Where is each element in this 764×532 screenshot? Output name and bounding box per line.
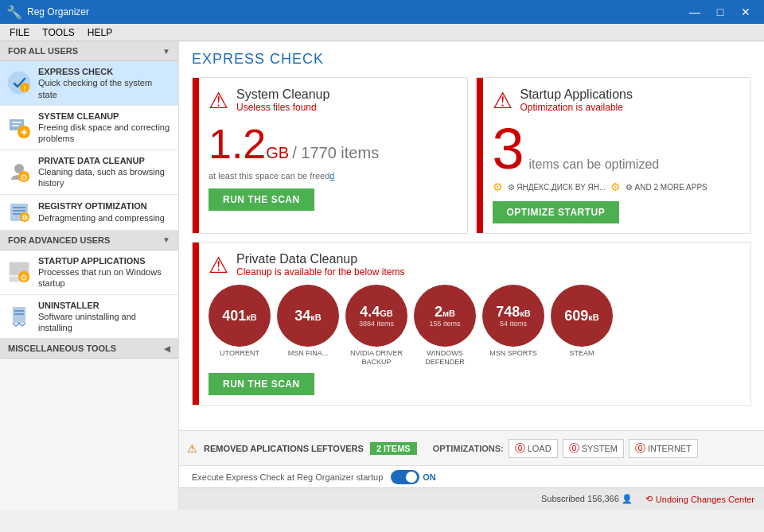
- system-opt-icon: ⓪: [569, 441, 579, 456]
- load-opt-label: LOAD: [528, 444, 552, 453]
- execute-text: Execute Express Check at Reg Organizer s…: [192, 472, 383, 482]
- svg-rect-23: [14, 313, 24, 315]
- system-cleanup-card: ⚠ System Cleanup Useless files found 1.2…: [192, 77, 468, 234]
- removed-label: REMOVED APLICATIONS LEFTOVERS: [204, 444, 364, 453]
- sidebar-section-label: FOR ALL USERS: [8, 46, 78, 56]
- menu-help[interactable]: HELP: [81, 25, 119, 40]
- circle-value: 2мB: [435, 305, 455, 319]
- private-data-header: ⚠ Private Data Cleanup Cleanup is availa…: [209, 252, 741, 278]
- system-cleanup-unit: GB: [266, 144, 289, 161]
- maximize-button[interactable]: □: [708, 2, 732, 21]
- undo-changes-link[interactable]: ⟲ Undoing Changes Center: [645, 494, 754, 504]
- optimizations-section: OPTIMIZATIONS: ⓪ LOAD ⓪ SYSTEM ⓪ INTERNE…: [433, 439, 698, 458]
- circle-value: 34кB: [294, 309, 321, 323]
- uninstaller-icon: [6, 304, 32, 329]
- startup-apps-row: ⚙ ⚙ ЯНДЕКС.ДИСК BY ЯН... ⚙ ⚙ AND 2 MORE …: [493, 181, 742, 193]
- svg-text:⚙: ⚙: [20, 173, 28, 182]
- internet-opt-icon: ⓪: [635, 441, 645, 456]
- system-opt-label: SYSTEM: [582, 444, 618, 453]
- undo-icon: ⟲: [645, 494, 653, 504]
- close-button[interactable]: ✕: [734, 2, 758, 21]
- data-circle: 748кB54 items: [482, 285, 544, 347]
- circle-value: 4.4GB: [360, 305, 393, 319]
- optimize-startup-button[interactable]: OPTIMIZE STARTUP: [493, 201, 620, 223]
- circle-item: 609кBSTEAM: [551, 285, 613, 367]
- private-data-subtitle: Cleanup is available for the below items: [236, 266, 404, 278]
- sidebar-item-startup[interactable]: ⚙ STARTUP APPLICATIONS Processes that ru…: [0, 250, 178, 295]
- circle-item: 2мB155 itemsWINDOWS DEFENDER: [414, 285, 476, 367]
- user-icon: 👤: [622, 494, 633, 503]
- svg-rect-14: [13, 213, 21, 215]
- svg-text:⚙: ⚙: [20, 273, 28, 282]
- freed-link[interactable]: d: [329, 171, 334, 181]
- circle-item: 401кBUTORRENT: [209, 285, 271, 367]
- sidebar-section-for-advanced-users[interactable]: FOR ADVANCED USERS ▼: [0, 231, 178, 250]
- system-cleanup-titles: System Cleanup Useless files found: [236, 87, 329, 113]
- removed-badge[interactable]: 2 ITEMS: [370, 442, 417, 455]
- app-icon: 🔧: [6, 5, 22, 20]
- toggle-knob: [406, 472, 417, 483]
- svg-rect-4: [12, 122, 21, 123]
- circle-label: WINDOWS DEFENDER: [414, 349, 476, 367]
- top-cards-row: ⚠ System Cleanup Useless files found 1.2…: [192, 77, 751, 234]
- internet-opt-button[interactable]: ⓪ INTERNET: [629, 439, 698, 458]
- sidebar-section-misc[interactable]: MISCELLANEOUS TOOLS ◀: [0, 339, 178, 359]
- circle-sub: 54 items: [500, 320, 527, 328]
- private-data-card-body: ⚠ Private Data Cleanup Cleanup is availa…: [199, 243, 750, 405]
- sidebar-item-private-data[interactable]: ⚙ PRIVATE DATA CLEANUP Cleaning data, su…: [0, 150, 178, 195]
- menu-bar: FILE TOOLS HELP: [0, 24, 764, 41]
- system-cleanup-value-row: 1.2GB/ 1770 items: [209, 120, 458, 168]
- card-accent-startup: [477, 78, 483, 233]
- startup-suffix: items can be optimized: [529, 157, 660, 172]
- sidebar-item-registry-opt[interactable]: ⚙ REGISTRY OPTIMIZATION Defragmenting an…: [0, 195, 178, 231]
- sidebar-section-for-all-users[interactable]: FOR ALL USERS ▼: [0, 41, 178, 61]
- run-scan-button-system[interactable]: RUN THE SCAN: [209, 188, 314, 211]
- window-controls: — □ ✕: [683, 2, 758, 21]
- sidebar-item-uninstaller[interactable]: UNINSTALLER Software uninstalling and in…: [0, 295, 178, 340]
- data-circle: 609кB: [551, 285, 613, 347]
- toggle-state: ON: [423, 472, 436, 482]
- registry-opt-icon: ⚙: [6, 200, 32, 225]
- more-apps-label: ⚙ AND 2 MORE APPS: [626, 183, 707, 192]
- menu-tools[interactable]: TOOLS: [36, 25, 80, 40]
- circle-value: 748кB: [496, 305, 531, 319]
- data-circle: 34кB: [277, 285, 339, 347]
- chevron-down-icon-2: ▼: [162, 235, 170, 244]
- startup-icon: ⚙: [6, 259, 32, 285]
- page-title: EXPRESS CHECK: [192, 51, 751, 68]
- toggle-switch[interactable]: [391, 470, 419, 484]
- status-bar: Subscribed 156,366 👤 ⟲ Undoing Changes C…: [179, 487, 764, 510]
- toggle-control[interactable]: ON: [391, 470, 436, 484]
- private-data-titles: Private Data Cleanup Cleanup is availabl…: [236, 252, 404, 278]
- startup-header: ⚠ Startup Applications Optimization is a…: [493, 87, 742, 114]
- svg-rect-5: [12, 125, 19, 126]
- bottom-bar: ⚠ REMOVED APLICATIONS LEFTOVERS 2 ITEMS …: [179, 430, 764, 465]
- menu-file[interactable]: FILE: [3, 25, 36, 40]
- load-opt-button[interactable]: ⓪ LOAD: [509, 439, 558, 458]
- run-scan-button-private[interactable]: RUN THE SCAN: [209, 373, 314, 395]
- startup-text: STARTUP APPLICATIONS Processes that run …: [38, 255, 172, 289]
- circle-label: NVIDIA DRIVER BACKUP: [345, 349, 407, 367]
- sidebar-item-system-cleanup[interactable]: ✦ SYSTEM CLEANUP Freeing disk space and …: [0, 106, 178, 150]
- subscribed-label: Subscribed 156,366 👤: [541, 494, 633, 504]
- yandex-app-label: ⚙ ЯНДЕКС.ДИСК BY ЯН...: [508, 183, 606, 192]
- system-cleanup-subtitle: Useless files found: [236, 102, 329, 113]
- startup-card-subtitle: Optimization is available: [520, 102, 633, 113]
- warning-icon-system: ⚠: [209, 87, 228, 114]
- system-cleanup-value: 1.2: [209, 121, 266, 167]
- sidebar-item-express-check[interactable]: ! EXPRESS CHECK Quick checking of the sy…: [0, 61, 178, 106]
- minimize-button[interactable]: —: [683, 2, 707, 21]
- startup-card: ⚠ Startup Applications Optimization is a…: [476, 77, 752, 234]
- svg-rect-13: [13, 210, 25, 212]
- circle-sub: 155 items: [429, 320, 460, 328]
- system-opt-button[interactable]: ⓪ SYSTEM: [563, 439, 624, 458]
- card-accent-private: [193, 243, 199, 405]
- svg-rect-12: [13, 207, 25, 208]
- more-apps-icon: ⚙: [610, 181, 621, 193]
- yandex-icon: ⚙: [493, 181, 503, 193]
- system-cleanup-icon: ✦: [6, 115, 32, 140]
- system-cleanup-title: System Cleanup: [236, 87, 329, 102]
- startup-value-row: 3 items can be optimized: [493, 120, 742, 177]
- chevron-left-icon: ◀: [164, 344, 170, 353]
- private-data-text: PRIVATE DATA CLEANUP Cleaning data, such…: [38, 155, 172, 189]
